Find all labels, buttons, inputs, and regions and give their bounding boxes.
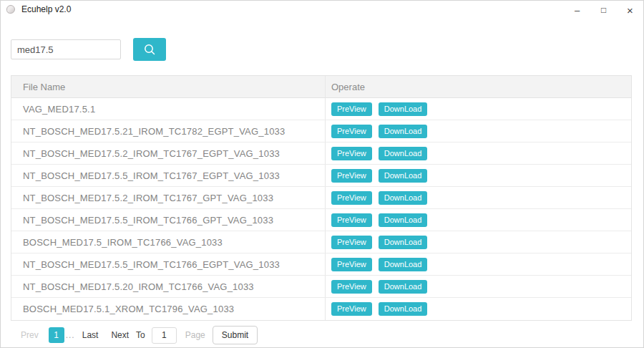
table-row: NT_BOSCH_MED17.5.2_IROM_TC1767_GPT_VAG_1… [11, 187, 631, 209]
file-name: NT_BOSCH_MED17.5.5_IROM_TC1766_GPT_VAG_1… [23, 215, 273, 226]
column-header-file-name: File Name [11, 76, 326, 97]
app-icon [6, 5, 15, 14]
preview-button[interactable]: PreView [331, 102, 372, 116]
search-bar [11, 38, 643, 61]
download-button[interactable]: DownLoad [379, 302, 428, 316]
table-row: NT_BOSCH_MED17.5.5_IROM_TC1767_EGPT_VAG_… [11, 165, 631, 187]
file-table: File Name Operate VAG_MED17.5.1 PreView … [11, 75, 632, 321]
download-button[interactable]: DownLoad [379, 102, 428, 116]
prev-page-button[interactable]: Prev [21, 330, 39, 340]
download-button[interactable]: DownLoad [379, 280, 428, 294]
table-row: BOSCH_MED17.5_IROM_TC1766_VAG_1033 PreVi… [11, 231, 631, 253]
table-body: VAG_MED17.5.1 PreView DownLoad NT_BOSCH_… [11, 98, 631, 320]
search-icon [143, 43, 157, 57]
table-row: NT_BOSCH_MED17.5.2_IROM_TC1767_EGPT_VAG_… [11, 142, 631, 165]
page-number-input[interactable] [152, 327, 177, 344]
preview-button[interactable]: PreView [331, 147, 372, 160]
window-controls: – □ × [564, 1, 643, 19]
download-button[interactable]: DownLoad [379, 213, 428, 227]
table-row: NT_BOSCH_MED17.5.21_IROM_TC1782_EGPT_VAG… [11, 120, 631, 142]
file-name: NT_BOSCH_MED17.5.2_IROM_TC1767_EGPT_VAG_… [23, 148, 280, 159]
preview-button[interactable]: PreView [331, 236, 372, 249]
maximize-icon[interactable]: □ [590, 1, 617, 19]
preview-button[interactable]: PreView [331, 125, 372, 138]
table-row: NT_BOSCH_MED17.5.5_IROM_TC1766_EGPT_VAG_… [11, 253, 631, 276]
submit-button[interactable]: Submit [213, 326, 258, 344]
file-name: NT_BOSCH_MED17.5.20_IROM_TC1766_VAG_1033 [23, 281, 254, 292]
minimize-icon[interactable]: – [564, 1, 590, 19]
preview-button[interactable]: PreView [331, 302, 372, 316]
preview-button[interactable]: PreView [331, 169, 372, 183]
last-page-button[interactable]: Last [82, 330, 99, 340]
preview-button[interactable]: PreView [331, 191, 372, 205]
file-name: VAG_MED17.5.1 [23, 104, 95, 115]
file-name: NT_BOSCH_MED17.5.21_IROM_TC1782_EGPT_VAG… [23, 126, 285, 137]
file-name: BOSCH_MED17.5.1_XROM_TC1796_VAG_1033 [23, 304, 234, 314]
file-name: BOSCH_MED17.5_IROM_TC1766_VAG_1033 [23, 237, 223, 248]
goto-label-to: To [136, 330, 145, 340]
download-button[interactable]: DownLoad [379, 147, 428, 160]
download-button[interactable]: DownLoad [379, 191, 428, 205]
file-name: NT_BOSCH_MED17.5.2_IROM_TC1767_GPT_VAG_1… [23, 193, 273, 203]
download-button[interactable]: DownLoad [379, 236, 428, 249]
current-page-button[interactable]: 1 [49, 327, 64, 343]
search-input[interactable] [11, 39, 121, 59]
page-ellipsis: ... [66, 330, 75, 340]
preview-button[interactable]: PreView [331, 213, 372, 227]
table-row: VAG_MED17.5.1 PreView DownLoad [11, 98, 631, 120]
title-bar: Ecuhelp v2.0 – □ × [1, 1, 643, 18]
download-button[interactable]: DownLoad [379, 258, 428, 271]
download-button[interactable]: DownLoad [379, 169, 428, 183]
pagination: Prev 1 ... Last Next To Page Submit [21, 326, 643, 344]
column-header-operate: Operate [326, 76, 631, 97]
goto-label-page: Page [185, 330, 205, 340]
next-page-button[interactable]: Next [111, 330, 129, 340]
search-button[interactable] [133, 38, 166, 61]
preview-button[interactable]: PreView [331, 258, 372, 271]
app-window: { "window": { "title": "Ecuhelp v2.0", "… [0, 0, 644, 348]
table-row: NT_BOSCH_MED17.5.5_IROM_TC1766_GPT_VAG_1… [11, 209, 631, 231]
download-button[interactable]: DownLoad [379, 125, 428, 138]
preview-button[interactable]: PreView [331, 280, 372, 294]
window-title: Ecuhelp v2.0 [21, 4, 71, 14]
file-name: NT_BOSCH_MED17.5.5_IROM_TC1767_EGPT_VAG_… [23, 170, 280, 181]
file-name: NT_BOSCH_MED17.5.5_IROM_TC1766_EGPT_VAG_… [23, 259, 280, 270]
table-row: BOSCH_MED17.5.1_XROM_TC1796_VAG_1033 Pre… [11, 298, 631, 320]
table-row: NT_BOSCH_MED17.5.20_IROM_TC1766_VAG_1033… [11, 276, 631, 298]
close-icon[interactable]: × [617, 1, 643, 19]
table-header-row: File Name Operate [11, 76, 631, 98]
